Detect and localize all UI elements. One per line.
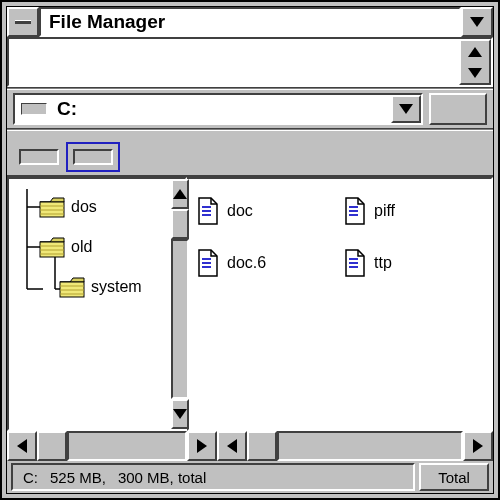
scroll-track[interactable] [171, 239, 189, 399]
scroll-down-button[interactable] [171, 399, 189, 429]
file-pane: doc piff doc.6 ttp [187, 177, 493, 431]
view-toolbar [7, 139, 493, 175]
down-arrow-icon [470, 17, 484, 27]
tree-item-label: dos [71, 198, 97, 216]
down-arrow-icon [399, 104, 413, 114]
scroll-right-button[interactable] [187, 431, 217, 461]
drive-selector[interactable]: C: [13, 93, 423, 125]
scroll-thumb[interactable] [171, 209, 189, 239]
window-title: File Manager [39, 7, 461, 37]
system-menu-button[interactable] [7, 7, 39, 37]
document-icon [197, 197, 219, 225]
view-mode-2-button[interactable] [73, 149, 113, 165]
file-item[interactable]: piff [344, 197, 483, 225]
folder-icon [59, 276, 85, 298]
file-horizontal-scrollbar[interactable] [217, 431, 493, 461]
status-value-2: 300 MB, total [118, 469, 206, 486]
document-icon [344, 197, 366, 225]
horizontal-scrollbars [7, 431, 493, 461]
drive-action-button[interactable] [429, 93, 487, 125]
file-label: doc [227, 202, 253, 220]
scroll-left-button[interactable] [7, 431, 37, 461]
drive-label: C: [57, 98, 77, 120]
tree-item-old[interactable]: old [39, 231, 92, 263]
file-label: ttp [374, 254, 392, 272]
statusbar: C: 525 MB, 300 MB, total Total [7, 461, 493, 493]
minimize-button[interactable] [461, 7, 493, 37]
tree-item-label: system [91, 278, 142, 296]
file-item[interactable]: doc.6 [197, 249, 336, 277]
maximize-spinner[interactable] [459, 39, 491, 85]
titlebar: File Manager [7, 7, 493, 37]
document-icon [197, 249, 219, 277]
window-inner: File Manager C: [6, 6, 494, 494]
left-arrow-icon [17, 439, 27, 453]
drive-dropdown-button[interactable] [391, 95, 421, 123]
folder-tree: dos old system [9, 179, 169, 429]
minus-icon [15, 20, 31, 24]
scroll-track[interactable] [277, 431, 463, 461]
down-arrow-icon [173, 409, 187, 419]
file-item[interactable]: ttp [344, 249, 483, 277]
tree-item-system[interactable]: system [59, 271, 142, 303]
file-item[interactable]: doc [197, 197, 336, 225]
scroll-thumb[interactable] [247, 431, 277, 461]
total-button[interactable]: Total [419, 463, 489, 491]
folder-icon [39, 236, 65, 258]
up-arrow-icon [468, 47, 482, 57]
menubar [7, 37, 493, 87]
up-arrow-icon [173, 189, 187, 199]
scroll-thumb[interactable] [37, 431, 67, 461]
file-label: doc.6 [227, 254, 266, 272]
scroll-up-button[interactable] [171, 179, 189, 209]
folder-icon [39, 196, 65, 218]
tree-item-dos[interactable]: dos [39, 191, 97, 223]
document-icon [344, 249, 366, 277]
tree-vertical-scrollbar[interactable] [169, 179, 189, 429]
right-arrow-icon [473, 439, 483, 453]
window-frame: File Manager C: [0, 0, 500, 500]
status-value-1: 525 MB, [50, 469, 106, 486]
content-area: dos old system [7, 139, 493, 461]
total-button-label: Total [438, 469, 470, 486]
down-arrow-icon [468, 68, 482, 78]
tree-item-label: old [71, 238, 92, 256]
status-drive: C: [23, 469, 38, 486]
status-text: C: 525 MB, 300 MB, total [11, 463, 415, 491]
left-arrow-icon [227, 439, 237, 453]
split-panes: dos old system [7, 175, 493, 431]
tree-horizontal-scrollbar[interactable] [7, 431, 217, 461]
tree-pane: dos old system [7, 177, 187, 431]
drive-row: C: [7, 90, 493, 128]
file-label: piff [374, 202, 395, 220]
drive-icon [21, 103, 47, 115]
scroll-track[interactable] [67, 431, 187, 461]
scroll-left-button[interactable] [217, 431, 247, 461]
right-arrow-icon [197, 439, 207, 453]
view-mode-1-button[interactable] [19, 149, 59, 165]
scroll-right-button[interactable] [463, 431, 493, 461]
